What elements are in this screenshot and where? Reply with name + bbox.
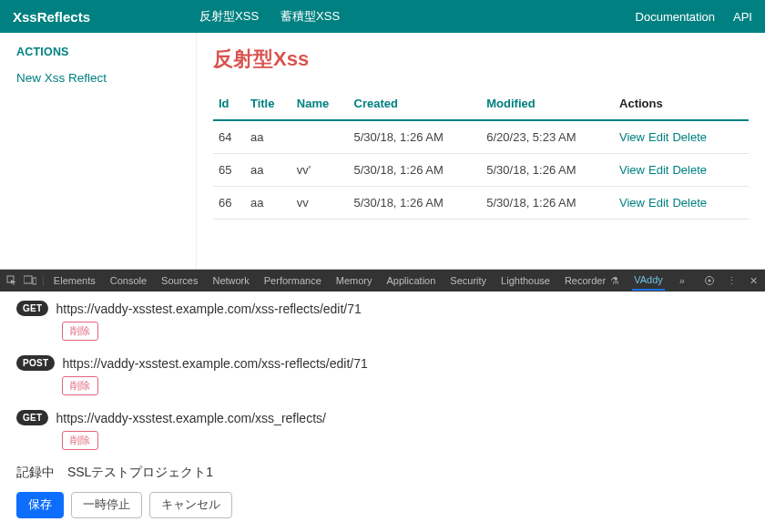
top-nav-right: Documentation API xyxy=(636,10,752,24)
col-id[interactable]: Id xyxy=(213,89,245,120)
sidebar-new-xss-reflect[interactable]: New Xss Reflect xyxy=(16,71,179,85)
request-block: GEThttps://vaddy-xsstest.example.com/xss… xyxy=(16,301,749,341)
nav-documentation[interactable]: Documentation xyxy=(636,10,715,24)
brand: XssReflects xyxy=(13,9,90,25)
cell-title: aa xyxy=(245,120,291,154)
flask-icon: ⚗ xyxy=(607,275,619,286)
cell-title: aa xyxy=(245,187,291,220)
cell-id: 65 xyxy=(213,154,245,187)
nav-reflect-xss[interactable]: 反射型XSS xyxy=(199,8,259,25)
request-line: POSThttps://vaddy-xsstest.example.com/xs… xyxy=(16,355,749,371)
request-url: https://vaddy-xsstest.example.com/xss-re… xyxy=(56,302,361,316)
action-edit[interactable]: Edit xyxy=(648,163,668,177)
method-badge: GET xyxy=(16,301,48,316)
sidebar-heading: ACTIONS xyxy=(16,46,179,58)
cell-modified: 6/20/23, 5:23 AM xyxy=(481,120,614,154)
delete-request-button[interactable]: 削除 xyxy=(62,322,98,341)
action-view[interactable]: View xyxy=(619,196,645,210)
cell-title: aa xyxy=(245,154,291,187)
col-created[interactable]: Created xyxy=(349,89,482,120)
col-title[interactable]: Title xyxy=(245,89,291,120)
close-devtools-icon[interactable]: ✕ xyxy=(747,274,760,287)
tab-application[interactable]: Application xyxy=(385,271,438,290)
devtools-body: GEThttps://vaddy-xsstest.example.com/xss… xyxy=(0,292,765,532)
table-row: 65aavv'5/30/18, 1:26 AM5/30/18, 1:26 AMV… xyxy=(213,154,749,187)
cell-id: 64 xyxy=(213,120,245,154)
tab-elements[interactable]: Elements xyxy=(52,271,97,290)
devtools-tabbar: | Elements Console Sources Network Perfo… xyxy=(0,270,765,292)
cell-name xyxy=(291,120,349,154)
request-block: GEThttps://vaddy-xsstest.example.com/xss… xyxy=(16,410,749,450)
xss-table: Id Title Name Created Modified Actions 6… xyxy=(213,89,749,220)
kebab-icon[interactable]: ⋮ xyxy=(725,274,738,287)
request-line: GEThttps://vaddy-xsstest.example.com/xss… xyxy=(16,301,749,316)
request-list: GEThttps://vaddy-xsstest.example.com/xss… xyxy=(16,301,749,450)
cell-modified: 5/30/18, 1:26 AM xyxy=(481,187,614,220)
tab-network[interactable]: Network xyxy=(210,271,250,290)
action-edit[interactable]: Edit xyxy=(648,196,668,210)
action-view[interactable]: View xyxy=(619,130,645,144)
method-badge: POST xyxy=(16,355,55,371)
tab-recorder[interactable]: Recorder ⚗ xyxy=(563,271,621,291)
action-delete[interactable]: Delete xyxy=(672,163,707,177)
request-block: POSThttps://vaddy-xsstest.example.com/xs… xyxy=(16,355,749,395)
request-url: https://vaddy-xsstest.example.com/xss-re… xyxy=(62,356,367,371)
settings-icon[interactable] xyxy=(703,274,716,287)
recording-label: 記録中 xyxy=(16,465,55,479)
inspect-icon[interactable] xyxy=(5,274,18,287)
sidebar: ACTIONS New Xss Reflect xyxy=(0,33,197,269)
tab-console[interactable]: Console xyxy=(108,271,148,290)
method-badge: GET xyxy=(16,410,48,425)
cell-id: 66 xyxy=(213,187,245,220)
xss-table-body: 64aa5/30/18, 1:26 AM6/20/23, 5:23 AMView… xyxy=(213,120,749,220)
col-name[interactable]: Name xyxy=(291,89,349,120)
nav-stored-xss[interactable]: 蓄積型XSS xyxy=(280,8,340,25)
main-layout: ACTIONS New Xss Reflect 反射型Xss Id Title … xyxy=(0,33,765,269)
table-row: 66aavv5/30/18, 1:26 AM5/30/18, 1:26 AMVi… xyxy=(213,187,749,220)
nav-api[interactable]: API xyxy=(733,10,752,24)
recording-project: SSLテストプロジェクト1 xyxy=(67,465,213,479)
action-delete[interactable]: Delete xyxy=(672,196,707,210)
col-modified[interactable]: Modified xyxy=(481,89,614,120)
svg-point-4 xyxy=(709,280,711,282)
tab-security[interactable]: Security xyxy=(448,271,488,290)
cell-name: vv xyxy=(291,187,349,220)
device-toolbar-icon[interactable] xyxy=(24,274,36,287)
action-view[interactable]: View xyxy=(619,163,645,177)
col-actions: Actions xyxy=(614,89,749,120)
cell-name: vv' xyxy=(291,154,349,187)
page-title: 反射型Xss xyxy=(213,46,749,73)
save-button[interactable]: 保存 xyxy=(16,492,64,518)
tab-lighthouse[interactable]: Lighthouse xyxy=(499,271,552,290)
action-delete[interactable]: Delete xyxy=(672,130,707,144)
cell-actions: ViewEditDelete xyxy=(614,120,749,154)
tab-sources[interactable]: Sources xyxy=(159,271,199,290)
cell-created: 5/30/18, 1:26 AM xyxy=(349,154,482,187)
request-line: GEThttps://vaddy-xsstest.example.com/xss… xyxy=(16,410,749,425)
table-row: 64aa5/30/18, 1:26 AM6/20/23, 5:23 AMView… xyxy=(213,120,749,154)
recording-buttons: 保存 一時停止 キャンセル xyxy=(16,492,749,518)
cell-modified: 5/30/18, 1:26 AM xyxy=(481,154,614,187)
cell-created: 5/30/18, 1:26 AM xyxy=(349,120,482,154)
request-url: https://vaddy-xsstest.example.com/xss_re… xyxy=(56,411,325,425)
devtools-panel: | Elements Console Sources Network Perfo… xyxy=(0,269,765,532)
svg-rect-1 xyxy=(24,276,32,283)
top-bar: XssReflects 反射型XSS 蓄積型XSS Documentation … xyxy=(0,0,765,33)
content-area: 反射型Xss Id Title Name Created Modified Ac… xyxy=(197,33,765,269)
cell-actions: ViewEditDelete xyxy=(614,154,749,187)
cell-created: 5/30/18, 1:26 AM xyxy=(349,187,482,220)
more-tabs-icon[interactable]: » xyxy=(676,274,688,287)
tab-memory[interactable]: Memory xyxy=(334,271,374,290)
delete-request-button[interactable]: 削除 xyxy=(62,376,98,395)
tab-performance[interactable]: Performance xyxy=(262,271,323,290)
recording-status: 記録中 SSLテストプロジェクト1 xyxy=(16,465,749,481)
delete-request-button[interactable]: 削除 xyxy=(62,431,98,450)
cell-actions: ViewEditDelete xyxy=(614,187,749,220)
pause-button[interactable]: 一時停止 xyxy=(71,492,142,518)
tab-vaddy[interactable]: VAddy xyxy=(632,271,665,291)
svg-rect-2 xyxy=(33,278,36,284)
cancel-button[interactable]: キャンセル xyxy=(149,492,232,518)
action-edit[interactable]: Edit xyxy=(648,130,668,144)
top-nav: 反射型XSS 蓄積型XSS xyxy=(199,8,340,25)
